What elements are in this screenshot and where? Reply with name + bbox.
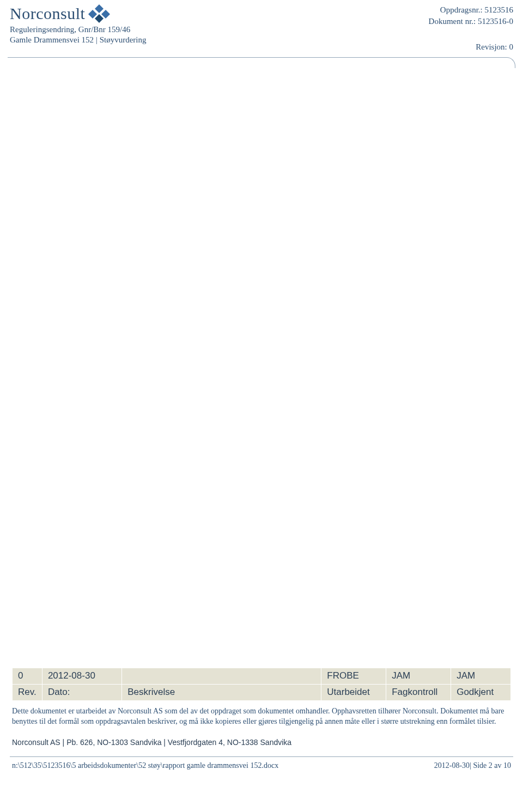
header-rev: Rev.	[13, 685, 42, 701]
header-fagkontroll: Fagkontroll	[386, 685, 451, 701]
oppdrag-value: 5123516	[485, 5, 514, 14]
svg-marker-1	[88, 10, 97, 19]
oppdrag-label: Oppdragsnr.:	[440, 5, 483, 14]
page-body: 0 2012-08-30 FROBE JAM JAM Rev. Dato: Be…	[0, 68, 523, 738]
svg-marker-0	[95, 4, 104, 13]
table-row: 0 2012-08-30 FROBE JAM JAM	[13, 668, 511, 685]
footer-filepath: n:\512\35\5123516\5 arbeidsdokumenter\52…	[12, 761, 278, 770]
header-godkjent: Godkjent	[451, 685, 511, 701]
footer-address: Norconsult AS | Pb. 626, NO-1303 Sandvik…	[0, 738, 523, 747]
footer-pageinfo: 2012-08-30| Side 2 av 10	[434, 761, 511, 770]
footer-lower: n:\512\35\5123516\5 arbeidsdokumenter\52…	[0, 761, 523, 774]
revisjon-label: Revisjon:	[476, 42, 507, 51]
oppdrag-number: Oppdragsnr.: 5123516	[429, 4, 513, 16]
cell-utarbeidet: FROBE	[321, 668, 386, 685]
document-page: Norconsult Reguleringsendring, Gnr/Bnr 1…	[0, 0, 523, 812]
header-subline-1: Reguleringsendring, Gnr/Bnr 159/46	[10, 25, 146, 34]
cell-rev: 0	[13, 668, 42, 685]
table-header-row: Rev. Dato: Beskrivelse Utarbeidet Fagkon…	[13, 685, 511, 701]
revisjon: Revisjon: 0	[429, 41, 513, 53]
cell-desc	[122, 668, 321, 685]
company-logo: Norconsult	[10, 4, 146, 23]
dokument-label: Dokument nr.:	[429, 17, 476, 26]
header-right: Oppdragsnr.: 5123516 Dokument nr.: 51235…	[429, 4, 513, 53]
revision-block: 0 2012-08-30 FROBE JAM JAM Rev. Dato: Be…	[12, 668, 511, 727]
cell-fagkontroll: JAM	[386, 668, 451, 685]
cell-date: 2012-08-30	[42, 668, 121, 685]
norconsult-logo-icon	[88, 4, 110, 23]
header-subline-2: Gamle Drammensvei 152 | Støyvurdering	[10, 35, 146, 45]
header-divider	[8, 57, 515, 68]
header-left: Norconsult Reguleringsendring, Gnr/Bnr 1…	[10, 4, 146, 45]
header-date: Dato:	[42, 685, 121, 701]
company-name: Norconsult	[10, 4, 85, 23]
header-utarbeidet: Utarbeidet	[321, 685, 386, 701]
disclaimer-text: Dette dokumentet er utarbeidet av Norcon…	[12, 706, 511, 727]
page-header: Norconsult Reguleringsendring, Gnr/Bnr 1…	[0, 0, 523, 56]
dokument-number: Dokument nr.: 5123516-0	[429, 16, 513, 27]
svg-marker-3	[95, 14, 104, 23]
header-desc: Beskrivelse	[122, 685, 321, 701]
footer-divider	[10, 756, 513, 757]
revisjon-value: 0	[509, 42, 514, 51]
dokument-value: 5123516-0	[478, 17, 513, 26]
cell-godkjent: JAM	[451, 668, 511, 685]
revision-table: 0 2012-08-30 FROBE JAM JAM Rev. Dato: Be…	[12, 668, 511, 701]
svg-marker-2	[101, 10, 110, 19]
